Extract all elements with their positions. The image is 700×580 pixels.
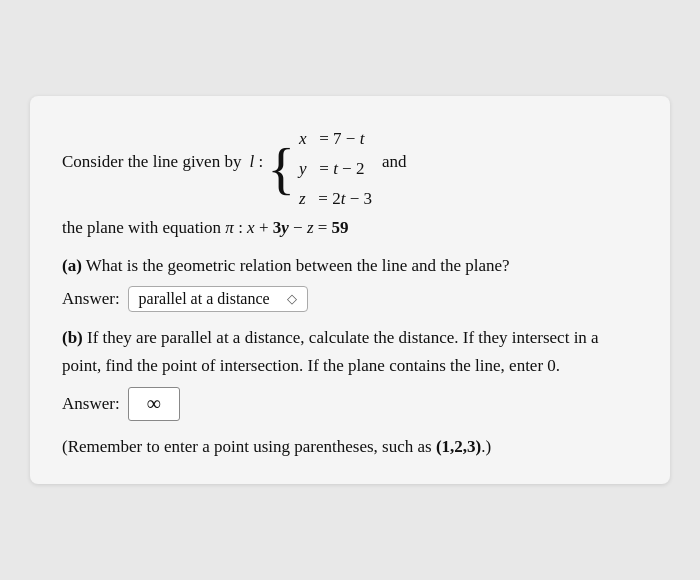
part-a-label: (a) What is the geometric relation betwe… [62, 253, 638, 279]
system-wrapper: { x = 7 − t y = t − 2 z = 2t − 3 [267, 124, 372, 213]
answer-b-row: Answer: ∞ [62, 387, 638, 421]
eq-line-y: y = t − 2 [297, 154, 372, 184]
eq-line-x: x = 7 − t [297, 124, 372, 154]
dropdown-value: parallel at a distance [139, 290, 270, 308]
answer-b-label: Answer: [62, 394, 120, 414]
answer-a-dropdown[interactable]: parallel at a distance ◇ [128, 286, 308, 312]
remember-text: (Remember to enter a point using parenth… [62, 433, 638, 460]
answer-b-value: ∞ [146, 392, 160, 415]
main-card: Consider the line given by l : { x = 7 −… [30, 96, 670, 484]
and-label: and [382, 124, 407, 172]
intro-prefix: Consider the line given by [62, 124, 241, 172]
plane-line: the plane with equation π : x + 3y − z =… [62, 215, 638, 241]
part-b-text: If they are parallel at a distance, calc… [62, 328, 599, 374]
part-b-block: (b) If they are parallel at a distance, … [62, 324, 638, 378]
answer-a-row: Answer: parallel at a distance ◇ [62, 286, 638, 312]
answer-a-label: Answer: [62, 289, 120, 309]
eq-line-z: z = 2t − 3 [297, 184, 372, 214]
left-brace: { [267, 141, 295, 196]
dropdown-arrows-icon: ◇ [287, 291, 297, 307]
intro-block: Consider the line given by l : { x = 7 −… [62, 124, 638, 213]
equations-column: x = 7 − t y = t − 2 z = 2t − 3 [297, 124, 372, 213]
answer-b-box[interactable]: ∞ [128, 387, 180, 421]
part-b-label: (b) [62, 328, 83, 347]
line-variable: l : [249, 124, 263, 172]
